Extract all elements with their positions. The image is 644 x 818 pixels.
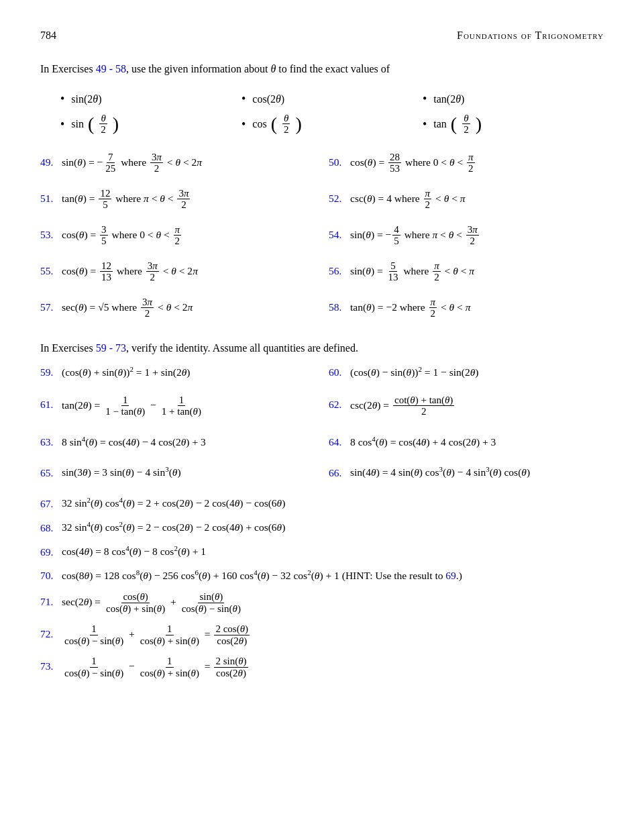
exercise-68: 68. 32 sin4(θ) cos2(θ) = 2 − cos(2θ) − 2… [40,519,604,536]
exercise-50: 50. cos(θ) = 2853 where 0 < θ < π2 [329,152,604,174]
exercise-69: 69. cos(4θ) = 8 cos4(θ) − 8 cos2(θ) + 1 [40,543,604,560]
bullet-list: • sin(2θ) • cos(2θ) • tan(2θ) • sin(θ2) … [60,89,604,136]
exercise-61: 61. tan(2θ) = 11 − tan(θ) − 11 + tan(θ) [40,395,315,417]
row-65-66: 65. sin(3θ) = 3 sin(θ) − 4 sin3(θ) 66. s… [40,464,604,488]
bullet-coshalf: • cos(θ2) [241,113,423,136]
exercise-52: 52. csc(θ) = 4 where π2 < θ < π [329,188,604,211]
range-59-73[interactable]: 59 - 73 [96,342,126,354]
bullet-sin2theta: • sin(2θ) [60,89,241,109]
section-header-59-73: In Exercises 59 - 73, verify the identit… [40,340,604,357]
intro-49-58: In Exercises 49 - 58, use the given info… [40,60,604,78]
row-59-60: 59. (cos(θ) + sin(θ))2 = 1 + sin(2θ) 60.… [40,364,604,388]
exercise-49: 49. sin(θ) = −725 where 3π2 < θ < 2π [40,152,315,174]
page-number: 784 [40,27,56,44]
exercise-60: 60. (cos(θ) − sin(θ))2 = 1 − sin(2θ) [329,364,604,381]
exercise-57: 57. sec(θ) = √5 where 3π2 < θ < 2π [40,297,315,319]
exercise-58: 58. tan(θ) = −2 where π2 < θ < π [329,297,604,319]
exercise-53: 53. cos(θ) = 35 where 0 < θ < π2 [40,224,315,247]
exercise-64: 64. 8 cos4(θ) = cos(4θ) + 4 cos(2θ) + 3 [329,433,604,451]
page-title: Foundations of Trigonometry [457,27,604,44]
exercise-65: 65. sin(3θ) = 3 sin(θ) − 4 sin3(θ) [40,464,315,481]
bullet-sinhalf: • sin(θ2) [60,113,241,136]
exercise-73: 73. 1cos(θ) − sin(θ) − 1cos(θ) + sin(θ) … [40,656,604,678]
exercise-70: 70. cos(8θ) = 128 cos8(θ) − 256 cos6(θ) … [40,567,604,584]
exercise-51: 51. tan(θ) = 125 where π < θ < 3π2 [40,188,315,211]
exercise-59: 59. (cos(θ) + sin(θ))2 = 1 + sin(2θ) [40,364,315,381]
exercise-67: 67. 32 sin2(θ) cos4(θ) = 2 + cos(2θ) − 2… [40,495,604,512]
range-49-58[interactable]: 49 - 58 [96,63,126,74]
row-61-62: 61. tan(2θ) = 11 − tan(θ) − 11 + tan(θ) … [40,395,604,424]
bullet-tanhalf: • tan(θ2) [423,113,604,136]
exercise-63: 63. 8 sin4(θ) = cos(4θ) − 4 cos(2θ) + 3 [40,433,315,451]
exercises-49-58-grid: 49. sin(θ) = −725 where 3π2 < θ < 2π 50.… [40,152,604,326]
exercises-59-73-section: 59. (cos(θ) + sin(θ))2 = 1 + sin(2θ) 60.… [40,364,604,679]
bullet-tan2theta: • tan(2θ) [423,89,604,109]
exercise-62: 62. csc(2θ) = cot(θ) + tan(θ)2 [329,395,604,417]
bullet-cos2theta: • cos(2θ) [241,89,423,109]
page-header: 784 Foundations of Trigonometry [40,27,604,44]
exercise-72: 72. 1cos(θ) − sin(θ) + 1cos(θ) + sin(θ) … [40,623,604,646]
exercise-55: 55. cos(θ) = 1213 where 3π2 < θ < 2π [40,260,315,283]
exercise-56: 56. sin(θ) = 513 where π2 < θ < π [329,260,604,283]
exercise-71: 71. sec(2θ) = cos(θ)cos(θ) + sin(θ) + si… [40,591,604,614]
row-63-64: 63. 8 sin4(θ) = cos(4θ) − 4 cos(2θ) + 3 … [40,433,604,458]
exercise-66: 66. sin(4θ) = 4 sin(θ) cos3(θ) − 4 sin3(… [329,464,604,481]
exercise-54: 54. sin(θ) = −45 where π < θ < 3π2 [329,224,604,247]
